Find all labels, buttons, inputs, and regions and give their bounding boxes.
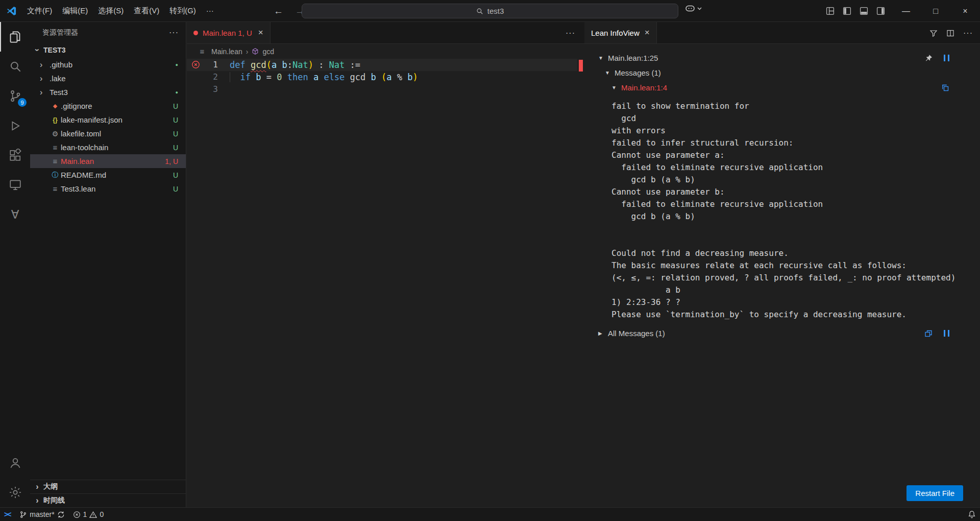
code-text: if b = 0 then a else gcd b (a % b) xyxy=(230,71,418,83)
overview-ruler[interactable] xyxy=(577,59,584,507)
window-controls: — □ × xyxy=(891,0,980,22)
error-ruler-marker xyxy=(579,60,583,72)
all-messages-row[interactable]: ▶ All Messages (1) xyxy=(598,326,972,341)
tree-item-.github[interactable]: ›.github● xyxy=(30,58,186,72)
remote-explorer-activity-button[interactable] xyxy=(0,170,30,200)
menu-item-1[interactable]: 编辑(E) xyxy=(57,3,93,18)
activity-bar-bottom xyxy=(0,448,30,507)
code-line-3[interactable]: 3 xyxy=(187,83,577,96)
tree-item-.lake[interactable]: ›.lake xyxy=(30,72,186,85)
code-line-2[interactable]: 2 if b = 0 then a else gcd b (a % b) xyxy=(187,71,577,83)
copy-icon[interactable] xyxy=(941,84,949,92)
tree-item-lean-toolchain[interactable]: ≡lean-toolchainU xyxy=(30,140,186,154)
warning-triangle-icon xyxy=(89,511,97,518)
run-debug-icon xyxy=(9,120,21,132)
row-icons xyxy=(925,54,949,62)
message-line: failed to eliminate recursive applicatio… xyxy=(611,161,980,174)
tree-item-.gitignore[interactable]: ◆.gitignoreU xyxy=(30,99,186,113)
nav-back-icon[interactable]: ← xyxy=(274,0,283,22)
accounts-button[interactable] xyxy=(0,448,30,478)
chevron-right-icon: › xyxy=(34,496,41,505)
extensions-icon xyxy=(9,149,22,162)
row-icons xyxy=(941,84,949,92)
project-name: TEST3 xyxy=(43,46,66,54)
search-activity-button[interactable] xyxy=(0,52,30,81)
menu-item-3[interactable]: 查看(V) xyxy=(129,3,164,18)
editor-more-actions[interactable]: ··· xyxy=(566,22,575,44)
customize-layout-icon[interactable] xyxy=(826,7,835,15)
messages-header-row[interactable]: ▼ Messages (1) xyxy=(598,65,972,80)
explorer-activity-button[interactable] xyxy=(0,22,30,52)
lean-extension-activity-button[interactable]: ∀ xyxy=(0,200,30,229)
layout-controls xyxy=(826,0,885,22)
toggle-panel-icon[interactable] xyxy=(860,7,868,15)
toggle-secondary-sidebar-icon[interactable] xyxy=(876,7,885,15)
code-line-1[interactable]: 1def gcd(a b:Nat) : Nat := xyxy=(187,59,577,71)
tab-lean-infoview[interactable]: Lean InfoView × xyxy=(584,22,657,43)
extensions-activity-button[interactable] xyxy=(0,140,30,170)
close-tab-icon[interactable]: × xyxy=(258,28,263,38)
menu-overflow[interactable]: ··· xyxy=(201,3,219,18)
copilot-menu[interactable] xyxy=(685,4,702,13)
more-actions-icon[interactable]: ··· xyxy=(963,29,973,38)
remote-indicator[interactable]: >< xyxy=(0,510,15,518)
restart-file-button[interactable]: Restart File xyxy=(906,485,963,501)
file-name: Main.lean xyxy=(61,157,94,165)
split-editor-icon[interactable] xyxy=(946,29,954,37)
tree-item-lake-manifest.json[interactable]: {}lake-manifest.jsonU xyxy=(30,113,186,127)
run-debug-activity-button[interactable] xyxy=(0,111,30,140)
notifications-bell-item[interactable] xyxy=(964,510,980,518)
tree-item-Test3.lean[interactable]: ≡Test3.leanU xyxy=(30,182,186,196)
search-value: test3 xyxy=(487,7,504,15)
tree-item-Main.lean[interactable]: ≡Main.lean1, U xyxy=(30,154,186,168)
close-tab-icon[interactable]: × xyxy=(645,28,650,38)
problems-item[interactable]: 1 0 xyxy=(69,508,108,521)
menu-item-2[interactable]: 选择(S) xyxy=(93,3,129,18)
git-branch-item[interactable]: master* xyxy=(15,508,68,521)
scm-badge: 9 xyxy=(18,98,27,107)
cursor-location-row[interactable]: ▼ Main.lean:1:25 xyxy=(598,51,972,65)
project-section-header[interactable]: › TEST3 xyxy=(30,43,186,57)
menu-item-0[interactable]: 文件(F) xyxy=(22,3,57,18)
messages-header: Messages (1) xyxy=(615,68,661,77)
file-name: lean-toolchain xyxy=(61,143,108,152)
tree-item-README.md[interactable]: ⓘREADME.mdU xyxy=(30,168,186,182)
pause-updates-icon[interactable] xyxy=(944,55,949,61)
git-status-badge: U xyxy=(173,102,178,110)
source-control-activity-button[interactable]: 9 xyxy=(0,81,30,111)
sidebar-more-actions[interactable]: ··· xyxy=(169,28,179,37)
tree-item-Test3[interactable]: ›Test3● xyxy=(30,85,186,99)
lean-file-icon: ≡ xyxy=(50,157,61,165)
pin-icon[interactable] xyxy=(925,54,933,62)
message-line: failed to infer structural recursion: xyxy=(611,137,980,149)
chevron-right-icon: › xyxy=(40,60,50,69)
breadcrumb-file[interactable]: Main.lean xyxy=(211,48,242,56)
outline-section[interactable]: › 大纲 xyxy=(30,480,186,493)
tab-main-lean[interactable]: Main.lean 1, U × xyxy=(187,22,271,43)
tree-item-lakefile.toml[interactable]: ⚙lakefile.tomlU xyxy=(30,127,186,140)
timeline-section[interactable]: › 时间线 xyxy=(30,493,186,507)
close-button[interactable]: × xyxy=(950,0,980,22)
code-area[interactable]: 1def gcd(a b:Nat) : Nat :=2 if b = 0 the… xyxy=(187,59,577,507)
command-center-search[interactable]: test3 xyxy=(302,4,678,18)
pause-updates-icon[interactable] xyxy=(944,330,949,337)
sidebar-bottom-sections: › 大纲 › 时间线 xyxy=(30,480,186,507)
filter-icon[interactable] xyxy=(929,29,938,37)
file-name: .lake xyxy=(50,74,66,83)
tab-label: Main.lean 1, U xyxy=(203,29,252,37)
maximize-button[interactable]: □ xyxy=(921,0,950,22)
chevron-right-icon: › xyxy=(34,483,41,491)
gutter: 3 xyxy=(187,83,230,96)
file-name: lakefile.toml xyxy=(61,129,101,138)
settings-button[interactable] xyxy=(0,478,30,507)
editor-tab-bar: Main.lean 1, U × ··· xyxy=(187,22,584,44)
toggle-primary-sidebar-icon[interactable] xyxy=(843,7,851,15)
menu-item-4[interactable]: 转到(G) xyxy=(164,3,201,18)
breadcrumb-symbol[interactable]: gcd xyxy=(262,48,274,56)
message-line: gcd b (a % b) xyxy=(611,210,980,223)
message-line: 1) 2:23-36 ? ? xyxy=(611,296,980,309)
error-location-row[interactable]: ▼ Main.lean:1:4 xyxy=(598,80,972,95)
open-window-icon[interactable] xyxy=(924,329,933,338)
gutter: 1 xyxy=(187,59,230,71)
minimize-button[interactable]: — xyxy=(891,0,921,22)
